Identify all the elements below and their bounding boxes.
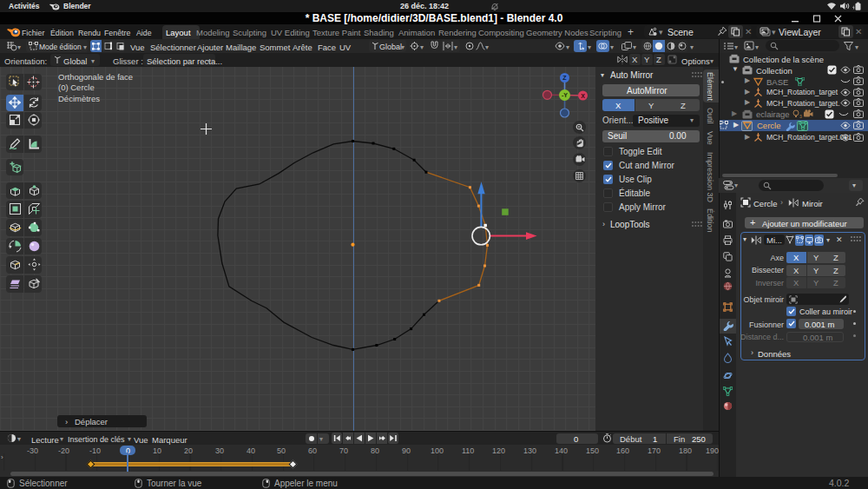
- svg-text:3: 3: [799, 114, 802, 119]
- svg-text:Z: Z: [562, 75, 567, 81]
- svg-text:X: X: [581, 93, 585, 99]
- svg-text:-Y: -Y: [562, 92, 568, 98]
